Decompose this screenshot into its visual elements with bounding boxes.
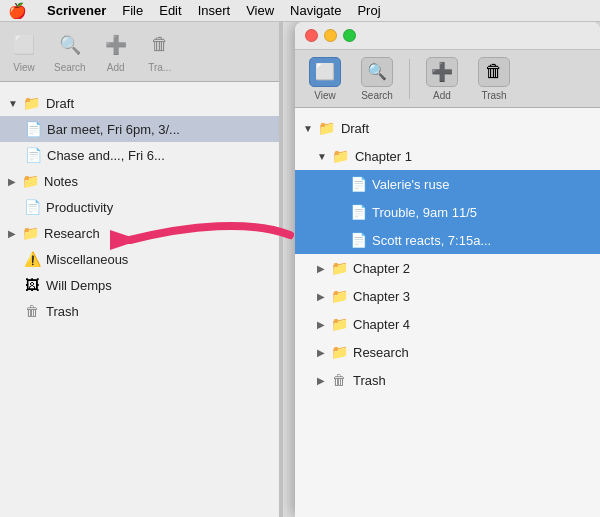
left-trash-icon: 🗑 [23,303,41,319]
add-icon-wrap: ➕ [426,57,458,87]
left-item-miscellaneous[interactable]: ⚠️ Miscellaneous [0,246,279,272]
left-item-notes[interactable]: ▶ 📁 Notes [0,168,279,194]
left-item-chase[interactable]: 📄 Chase and..., Fri 6... [0,142,279,168]
research-chevron-icon: ▶ [8,228,16,239]
minimize-button[interactable] [324,29,337,42]
misc-warning-icon: ⚠️ [23,251,41,267]
left-item-trash[interactable]: 🗑 Trash [0,298,279,324]
right-draft-header[interactable]: ▼ 📁 Draft [295,114,600,142]
right-chapter4-label: Chapter 4 [353,317,410,332]
right-item-trash[interactable]: ▶ 🗑 Trash [295,366,600,394]
left-binder: ▼ 📁 Draft 📄 Bar meet, Fri 6pm, 3/... 📄 C… [0,82,279,332]
left-item-misc-label: Miscellaneous [46,252,128,267]
right-item-trouble[interactable]: 📄 Trouble, 9am 11/5 [295,198,600,226]
left-item-chase-label: Chase and..., Fri 6... [47,148,165,163]
left-panel: ⬜ View 🔍 Search ➕ Add 🗑 Tra... ▼ � [0,22,280,517]
maximize-button[interactable] [343,29,356,42]
view-icon-right: ⬜ [315,62,335,81]
right-item-valerie-label: Valerie's ruse [372,177,449,192]
chapter2-icon: 📁 [330,260,348,276]
trash-icon-right: 🗑 [485,61,503,82]
view-btn-right[interactable]: ⬜ View [305,57,345,101]
view-btn-left[interactable]: ⬜ View [10,31,38,73]
apple-menu[interactable]: 🍎 [8,2,27,20]
right-item-scott[interactable]: 📄 Scott reacts, 7:15a... [295,226,600,254]
right-item-research[interactable]: ▶ 📁 Research [295,338,600,366]
trash-btn-left-label: Tra... [148,62,171,73]
view-icon-wrap: ⬜ [309,57,341,87]
chapter4-icon: 📁 [330,316,348,332]
right-item-trouble-label: Trouble, 9am 11/5 [372,205,477,220]
left-item-barmeet[interactable]: 📄 Bar meet, Fri 6pm, 3/... [0,116,279,142]
close-button[interactable] [305,29,318,42]
right-item-valerie[interactable]: 📄 Valerie's ruse [295,170,600,198]
left-item-trash-label: Trash [46,304,79,319]
right-chapter4[interactable]: ▶ 📁 Chapter 4 [295,310,600,338]
right-item-research-label: Research [353,345,409,360]
right-trash-chevron: ▶ [317,375,325,386]
left-item-willdemps-label: Will Demps [46,278,112,293]
menu-navigate[interactable]: Navigate [290,3,341,18]
search-icon-wrap: 🔍 [361,57,393,87]
draft-chevron-icon: ▼ [8,98,18,109]
add-btn-left[interactable]: ➕ Add [102,31,130,73]
right-chapter3[interactable]: ▶ 📁 Chapter 3 [295,282,600,310]
valerie-doc-icon: 📄 [349,176,367,192]
search-icon-left: 🔍 [59,34,81,56]
left-item-barmeet-label: Bar meet, Fri 6pm, 3/... [47,122,180,137]
right-binder: ▼ 📁 Draft ▼ 📁 Chapter 1 📄 Valerie's ruse… [295,108,600,400]
notes-chevron-icon: ▶ [8,176,16,187]
trash-btn-left[interactable]: 🗑 Tra... [146,31,174,73]
menu-insert[interactable]: Insert [198,3,231,18]
right-toolbar: ⬜ View 🔍 Search ➕ Add 🗑 Trash [295,50,600,108]
right-research-chevron: ▶ [317,347,325,358]
left-item-research-label: Research [44,226,100,241]
left-item-willdemps[interactable]: 🖼 Will Demps [0,272,279,298]
menu-view[interactable]: View [246,3,274,18]
trash-icon-wrap: 🗑 [478,57,510,87]
chapter1-chevron: ▼ [317,151,327,162]
left-item-notes-label: Notes [44,174,78,189]
chapter2-chevron: ▶ [317,263,325,274]
right-panel: ⬜ View 🔍 Search ➕ Add 🗑 Trash ▼ [295,22,600,517]
menu-proj[interactable]: Proj [357,3,380,18]
notes-folder-icon: 📁 [21,173,39,189]
right-chapter1[interactable]: ▼ 📁 Chapter 1 [295,142,600,170]
app-name[interactable]: Scrivener [47,3,106,18]
right-chapter2-label: Chapter 2 [353,261,410,276]
trash-btn-right[interactable]: 🗑 Trash [474,57,514,101]
trash-btn-right-label: Trash [481,90,506,101]
view-btn-left-label: View [13,62,35,73]
search-btn-right[interactable]: 🔍 Search [357,57,397,101]
chapter1-icon: 📁 [332,148,350,164]
trouble-doc-icon: 📄 [349,204,367,220]
right-draft-chevron: ▼ [303,123,313,134]
search-btn-right-label: Search [361,90,393,101]
right-item-scott-label: Scott reacts, 7:15a... [372,233,491,248]
add-btn-right-label: Add [433,90,451,101]
right-item-trash-label: Trash [353,373,386,388]
left-toolbar: ⬜ View 🔍 Search ➕ Add 🗑 Tra... [0,22,279,82]
menubar: 🍎 Scrivener File Edit Insert View Naviga… [0,0,600,22]
chapter3-chevron: ▶ [317,291,325,302]
left-item-research[interactable]: ▶ 📁 Research [0,220,279,246]
right-chapter1-label: Chapter 1 [355,149,412,164]
view-icon: ⬜ [13,34,35,56]
add-icon-right: ➕ [431,61,453,83]
left-item-productivity[interactable]: 📄 Productivity [0,194,279,220]
doc-icon-barmeet: 📄 [24,121,42,137]
search-btn-left[interactable]: 🔍 Search [54,31,86,73]
menu-edit[interactable]: Edit [159,3,181,18]
left-item-productivity-label: Productivity [46,200,113,215]
chapter4-chevron: ▶ [317,319,325,330]
add-btn-right[interactable]: ➕ Add [422,57,462,101]
doc-icon-chase: 📄 [24,147,42,163]
willdemps-icon: 🖼 [23,277,41,293]
search-btn-left-label: Search [54,62,86,73]
right-chapter2[interactable]: ▶ 📁 Chapter 2 [295,254,600,282]
menu-file[interactable]: File [122,3,143,18]
window-chrome [295,22,600,50]
chapter3-icon: 📁 [330,288,348,304]
trash-icon-left: 🗑 [151,34,169,55]
left-draft-header[interactable]: ▼ 📁 Draft [0,90,279,116]
